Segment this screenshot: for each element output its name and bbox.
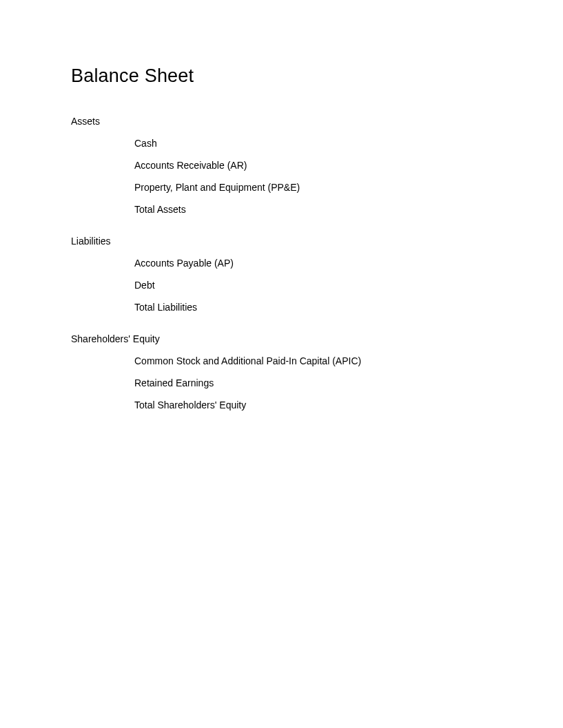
- assets-section: Assets Cash Accounts Receivable (AR) Pro…: [71, 116, 563, 215]
- line-item: Property, Plant and Equipment (PP&E): [71, 182, 563, 193]
- line-item: Common Stock and Additional Paid-In Capi…: [71, 355, 563, 366]
- line-item: Accounts Payable (AP): [71, 258, 563, 269]
- line-item: Total Liabilities: [71, 302, 563, 313]
- assets-header: Assets: [71, 116, 563, 127]
- equity-header: Shareholders' Equity: [71, 333, 563, 344]
- line-item: Debt: [71, 280, 563, 291]
- document-title: Balance Sheet: [71, 65, 563, 87]
- line-item: Accounts Receivable (AR): [71, 160, 563, 171]
- line-item: Total Shareholders' Equity: [71, 399, 563, 410]
- line-item: Cash: [71, 138, 563, 149]
- liabilities-section: Liabilities Accounts Payable (AP) Debt T…: [71, 236, 563, 313]
- line-item: Retained Earnings: [71, 377, 563, 388]
- liabilities-header: Liabilities: [71, 236, 563, 247]
- equity-section: Shareholders' Equity Common Stock and Ad…: [71, 333, 563, 410]
- line-item: Total Assets: [71, 204, 563, 215]
